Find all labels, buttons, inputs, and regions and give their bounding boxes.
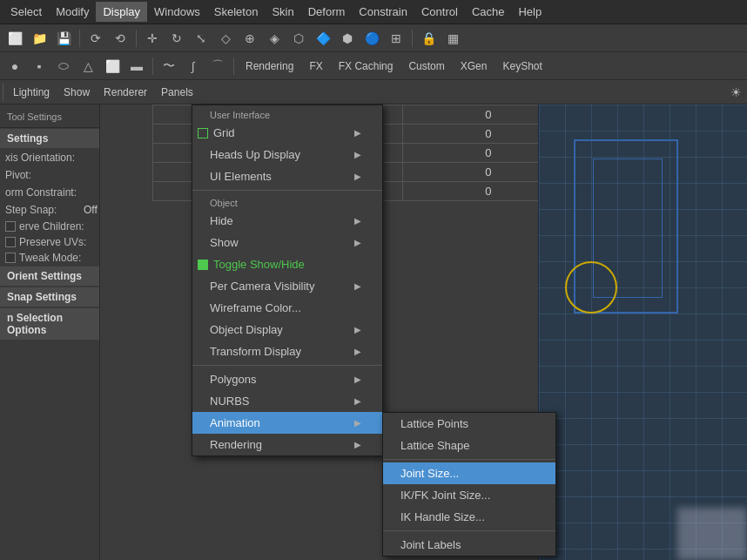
toolbar-icon-9[interactable]: ⬡ [287,27,310,50]
menu-item-grid[interactable]: Grid ▶ [192,122,382,144]
tweak-mode-row: Tweak Mode: [0,250,99,266]
submenu-sep-1 [383,459,555,460]
tab-xgen[interactable]: XGen [454,58,495,74]
main-area: Tool Settings Settings xis Orientation: … [0,105,747,560]
submenu-item-lattice-shape[interactable]: Lattice Shape [383,435,555,456]
toolbar-icon-curve3[interactable]: ⌒ [206,55,229,78]
toolbar-icon-6[interactable]: ◇ [214,27,237,50]
menu-skin[interactable]: Skin [265,2,300,22]
menu-select[interactable]: Select [3,2,49,22]
toolbar-icon-8[interactable]: ◈ [263,27,286,50]
toolbar-icon-13[interactable]: 🔒 [417,27,440,50]
menu-modify[interactable]: Modify [49,2,96,22]
toolbar-icon-scale[interactable]: ⤡ [190,27,212,50]
tab-keyshot[interactable]: KeyShot [495,58,548,74]
tab-custom[interactable]: Custom [401,58,451,74]
menu-item-hud[interactable]: Heads Up Display ▶ [192,144,382,165]
axis-label: xis Orientation: [5,152,84,164]
menu-item-transform-display[interactable]: Transform Display ▶ [192,341,382,362]
menu-item-rendering[interactable]: Rendering ▶ [192,434,382,455]
toolbar-icon-5[interactable]: ⟲ [109,27,131,50]
submenu-sep-2 [383,530,555,531]
view-renderer[interactable]: Renderer [97,84,154,100]
menu-help[interactable]: Help [511,2,548,22]
section-ui-label: User Interface [192,105,382,122]
toolbar-icon-sphere[interactable]: ● [3,55,26,78]
submenu-item-ik-handle-size[interactable]: IK Handle Size... [383,506,555,528]
toolbar-icon-7[interactable]: ⊕ [239,27,261,50]
view-panels[interactable]: Panels [154,84,200,100]
tab-bar: Lighting Show Renderer Panels ☀ [0,80,747,105]
tab-rendering[interactable]: Rendering [239,58,300,74]
polygons-arrow-icon: ▶ [354,374,361,384]
section-object-label: Object [192,193,382,210]
hide-arrow-icon: ▶ [354,216,361,226]
toggle-check-icon [198,260,208,270]
display-dropdown: User Interface Grid ▶ Heads Up Display ▶… [192,105,383,456]
menu-item-per-camera[interactable]: Per Camera Visibility ▶ [192,275,382,297]
menu-skeleton[interactable]: Skeleton [207,2,266,22]
menu-item-hide[interactable]: Hide ▶ [192,210,382,232]
toolbar-sep-5 [233,57,234,75]
toolbar-icon-2[interactable]: 📁 [28,27,50,50]
tweak-mode-check[interactable] [5,253,16,263]
submenu-item-ikfk-joint-size[interactable]: IK/FK Joint Size... [383,484,555,506]
menu-item-animation[interactable]: Animation ▶ Lattice Points Lattice Shape… [192,412,382,434]
menu-item-polygons[interactable]: Polygons ▶ [192,368,382,390]
menu-item-object-display[interactable]: Object Display ▶ [192,319,382,341]
pivot-row: Pivot: [0,166,99,184]
toolbar-icon-1[interactable]: ⬜ [3,27,26,50]
toolbar-icon-cyl[interactable]: ⬭ [52,55,75,78]
toolbar-icon-box[interactable]: ▪ [28,55,50,78]
toolbar-icon-curve1[interactable]: 〜 [158,55,180,78]
toolbar-icon-cube2[interactable]: ⬜ [101,55,124,78]
menu-cache[interactable]: Cache [465,2,512,22]
toolbar-icon-11[interactable]: ⬢ [336,27,359,50]
hide-label: Hide [210,214,233,227]
toolbar-icon-4[interactable]: ⟳ [84,27,107,50]
toolbar-icon-14[interactable]: ▦ [441,27,464,50]
dropdown-sep-2 [192,365,382,366]
wireframe-color-label: Wireframe Color... [210,301,301,314]
toolbar-icon-cone[interactable]: △ [77,55,99,78]
hud-arrow-icon: ▶ [354,150,361,159]
menu-windows[interactable]: Windows [147,2,207,22]
toolbar-icon-move[interactable]: ✛ [141,27,164,50]
nurbs-arrow-icon: ▶ [354,396,361,406]
tab-fx-caching[interactable]: FX Caching [332,58,400,74]
toolbar-icon-light[interactable]: ☀ [724,81,747,104]
preserve-uvs-check[interactable] [5,237,16,247]
ui-elements-label: UI Elements [210,170,272,183]
object-display-label: Object Display [210,323,283,336]
grid-check-icon [198,128,208,138]
menu-item-show[interactable]: Show ▶ [192,232,382,253]
menu-item-wireframe-color[interactable]: Wireframe Color... [192,297,382,319]
tab-fx[interactable]: FX [302,58,329,74]
pivot-label: Pivot: [5,169,84,181]
preserve-children-check[interactable] [5,221,16,232]
toolbar-icon-snap[interactable]: ⊞ [385,27,407,50]
menu-deform[interactable]: Deform [301,2,353,22]
toolbar-icon-12[interactable]: 🔵 [360,27,383,50]
stepsnap-value: Off [84,204,98,216]
submenu-item-lattice-points[interactable]: Lattice Points [383,413,555,435]
menu-item-ui-elements[interactable]: UI Elements ▶ [192,165,382,187]
toolbar-icon-curve2[interactable]: ∫ [182,55,205,78]
menu-item-nurbs[interactable]: NURBS ▶ [192,390,382,412]
toolbar-icon-3[interactable]: 💾 [52,27,75,50]
left-panel: Tool Settings Settings xis Orientation: … [0,105,100,560]
menu-control[interactable]: Control [414,2,465,22]
menu-display[interactable]: Display [96,2,147,22]
toolbar-icon-plane[interactable]: ▬ [125,55,148,78]
view-show[interactable]: Show [57,84,97,100]
viewport-circle [565,261,617,314]
menu-item-toggle-show-hide[interactable]: Toggle Show/Hide [192,253,382,275]
view-lighting[interactable]: Lighting [6,84,57,100]
menu-constrain[interactable]: Constrain [352,2,414,22]
toolbar-icon-10[interactable]: 🔷 [312,27,334,50]
submenu-item-joint-size[interactable]: Joint Size... [383,462,555,484]
toolbar-sep-3 [412,30,413,47]
toolbar-icon-rotate[interactable]: ↻ [165,27,188,50]
submenu-item-joint-labels[interactable]: Joint Labels [383,534,555,556]
orient-settings-header: Orient Settings [0,266,99,287]
